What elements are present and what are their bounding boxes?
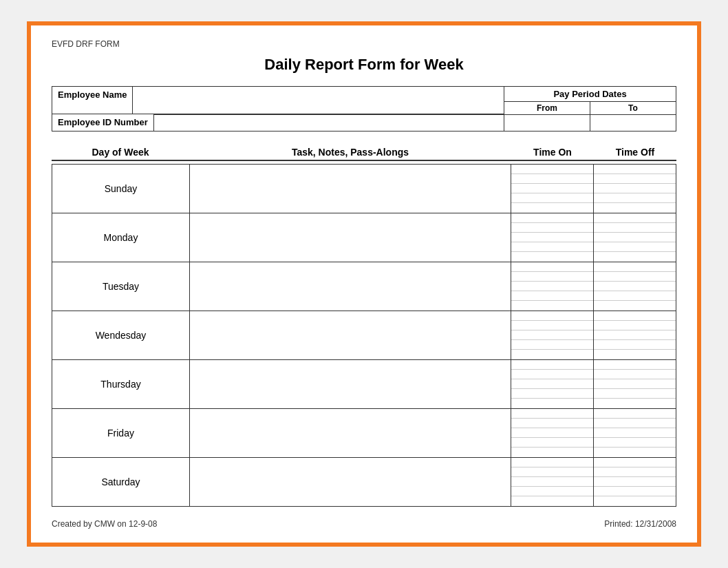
- time-on-subrow[interactable]: [511, 487, 593, 496]
- task-cell[interactable]: [190, 360, 511, 409]
- time-on-subrow[interactable]: [511, 174, 593, 184]
- time-off-subrow[interactable]: [594, 350, 676, 359]
- time-on-subrow[interactable]: [511, 448, 593, 457]
- time-on-subrow[interactable]: [511, 419, 593, 428]
- task-cell[interactable]: [190, 165, 511, 213]
- time-on-cell[interactable]: [511, 409, 594, 458]
- from-label: From: [504, 102, 590, 114]
- time-on-subrow[interactable]: [511, 223, 593, 233]
- time-on-cell[interactable]: [511, 165, 594, 213]
- task-cell[interactable]: [190, 458, 511, 507]
- time-off-subrow[interactable]: [594, 360, 676, 370]
- time-off-subrow[interactable]: [594, 193, 676, 203]
- from-date-input[interactable]: [504, 114, 590, 131]
- time-off-cell[interactable]: [594, 409, 676, 458]
- time-off-subrow[interactable]: [594, 409, 676, 419]
- time-off-subrow[interactable]: [594, 389, 676, 399]
- time-on-subrow[interactable]: [511, 496, 593, 506]
- time-on-subrow[interactable]: [511, 262, 593, 272]
- task-cell[interactable]: [190, 409, 511, 458]
- employee-id-label: Employee ID Number: [52, 114, 154, 132]
- time-on-subrow[interactable]: [511, 428, 593, 438]
- time-off-cell[interactable]: [594, 360, 676, 409]
- time-on-subrow[interactable]: [511, 370, 593, 379]
- time-on-subrow[interactable]: [511, 203, 593, 213]
- time-off-subrow[interactable]: [594, 399, 676, 408]
- time-off-subrow[interactable]: [594, 272, 676, 282]
- time-off-subrow[interactable]: [594, 438, 676, 448]
- time-on-subrow[interactable]: [511, 438, 593, 448]
- time-off-subrow[interactable]: [594, 448, 676, 457]
- time-off-subrow[interactable]: [594, 496, 676, 506]
- time-off-subrow[interactable]: [594, 291, 676, 301]
- time-off-subrow[interactable]: [594, 370, 676, 379]
- time-off-subrow[interactable]: [594, 203, 676, 213]
- time-on-subrow[interactable]: [511, 184, 593, 193]
- time-off-subrow[interactable]: [594, 213, 676, 223]
- time-off-cell[interactable]: [594, 311, 676, 360]
- time-off-subrow[interactable]: [594, 262, 676, 272]
- time-on-subrow[interactable]: [511, 477, 593, 487]
- time-on-cell[interactable]: [511, 213, 594, 262]
- time-on-cell[interactable]: [511, 360, 594, 409]
- to-date-input[interactable]: [590, 114, 676, 131]
- task-cell[interactable]: [190, 262, 511, 311]
- time-on-cell[interactable]: [511, 311, 594, 360]
- time-on-subrow[interactable]: [511, 252, 593, 262]
- time-on-subrow[interactable]: [511, 321, 593, 330]
- time-on-subrow[interactable]: [511, 350, 593, 359]
- time-on-subrow[interactable]: [511, 301, 593, 311]
- time-off-subrow[interactable]: [594, 174, 676, 184]
- time-off-subrow[interactable]: [594, 419, 676, 428]
- time-off-subrow[interactable]: [594, 321, 676, 330]
- time-off-cell[interactable]: [594, 458, 676, 507]
- time-off-cell[interactable]: [594, 165, 676, 213]
- time-off-cell[interactable]: [594, 213, 676, 262]
- time-on-subrow[interactable]: [511, 291, 593, 301]
- time-on-subrow[interactable]: [511, 213, 593, 223]
- time-off-subrow[interactable]: [594, 301, 676, 311]
- time-off-subrow[interactable]: [594, 165, 676, 174]
- employee-name-input[interactable]: [133, 86, 504, 115]
- time-off-subrow[interactable]: [594, 242, 676, 252]
- time-on-subrow[interactable]: [511, 272, 593, 282]
- time-off-subrow[interactable]: [594, 428, 676, 438]
- time-off-subrow[interactable]: [594, 379, 676, 389]
- time-off-subrow[interactable]: [594, 340, 676, 350]
- time-on-subrow[interactable]: [511, 340, 593, 350]
- task-cell[interactable]: [190, 213, 511, 262]
- doc-label: EVFD DRF FORM: [52, 39, 676, 49]
- time-on-subrow[interactable]: [511, 165, 593, 174]
- time-off-subrow[interactable]: [594, 282, 676, 291]
- time-on-subrow[interactable]: [511, 330, 593, 340]
- time-off-subrow[interactable]: [594, 487, 676, 496]
- time-on-subrow[interactable]: [511, 193, 593, 203]
- time-off-subrow[interactable]: [594, 458, 676, 467]
- time-on-subrow[interactable]: [511, 360, 593, 370]
- time-on-subrow[interactable]: [511, 233, 593, 242]
- time-off-subrow[interactable]: [594, 311, 676, 321]
- employee-id-input[interactable]: [154, 114, 504, 132]
- time-on-subrow[interactable]: [511, 242, 593, 252]
- header-section: Employee Name Pay Period Dates From To E…: [52, 86, 676, 132]
- employee-id-row: Employee ID Number: [52, 114, 676, 132]
- time-on-subrow[interactable]: [511, 467, 593, 477]
- time-on-subrow[interactable]: [511, 379, 593, 389]
- time-on-subrow[interactable]: [511, 311, 593, 321]
- time-off-subrow[interactable]: [594, 184, 676, 193]
- time-off-subrow[interactable]: [594, 252, 676, 262]
- time-off-subrow[interactable]: [594, 233, 676, 242]
- time-on-cell[interactable]: [511, 262, 594, 311]
- time-on-subrow[interactable]: [511, 409, 593, 419]
- time-off-subrow[interactable]: [594, 477, 676, 487]
- time-on-cell[interactable]: [511, 458, 594, 507]
- time-on-subrow[interactable]: [511, 282, 593, 291]
- time-on-subrow[interactable]: [511, 458, 593, 467]
- time-on-subrow[interactable]: [511, 389, 593, 399]
- time-off-subrow[interactable]: [594, 467, 676, 477]
- time-on-subrow[interactable]: [511, 399, 593, 408]
- time-off-cell[interactable]: [594, 262, 676, 311]
- time-off-subrow[interactable]: [594, 330, 676, 340]
- time-off-subrow[interactable]: [594, 223, 676, 233]
- task-cell[interactable]: [190, 311, 511, 360]
